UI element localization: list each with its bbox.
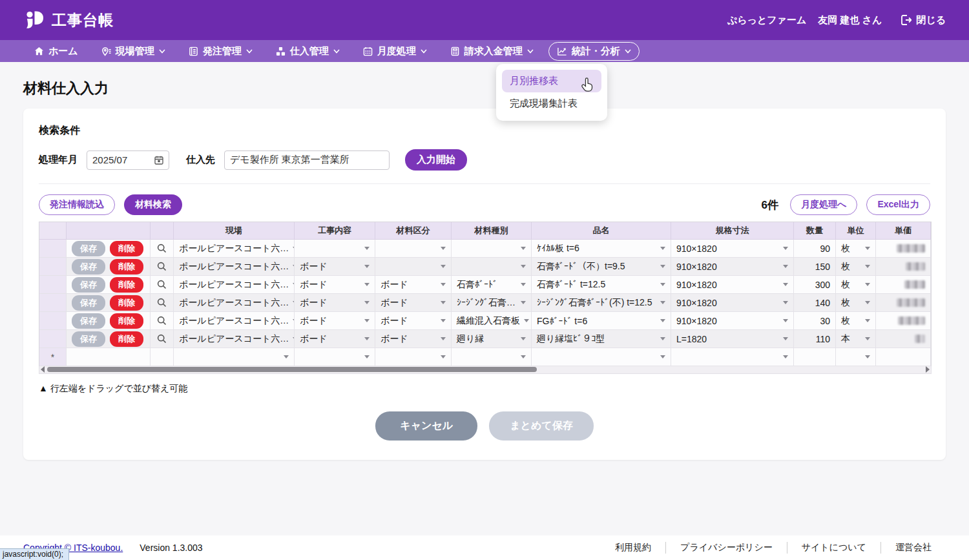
unit-dropdown[interactable]: 枚 — [836, 240, 876, 258]
site-dropdown[interactable]: ポールピアースコート六… — [174, 258, 295, 276]
site-dropdown[interactable]: ポールピアースコート六… — [174, 276, 295, 294]
to-monthly-button[interactable]: 月度処理へ — [790, 194, 857, 215]
nav-item-purchase[interactable]: 仕入管理 — [267, 42, 348, 61]
save-button[interactable]: 保存 — [72, 259, 105, 275]
horizontal-scrollbar[interactable] — [39, 366, 932, 374]
terms-link[interactable]: 利用規約 — [601, 542, 665, 554]
unit-dropdown[interactable]: 枚 — [836, 294, 876, 312]
row-search-button[interactable] — [151, 294, 174, 312]
delete-button[interactable]: 削除 — [110, 241, 143, 256]
size-dropdown[interactable]: 910×1820 — [671, 294, 794, 312]
unit-dropdown[interactable] — [836, 348, 876, 366]
scrollbar-thumb[interactable] — [47, 367, 537, 372]
work-dropdown[interactable]: ボード — [295, 258, 375, 276]
size-dropdown[interactable]: 910×1820 — [671, 258, 794, 276]
product-dropdown[interactable]: 廻り縁塩ﾋﾞ９ｺ型 — [532, 330, 671, 348]
row-search-button[interactable] — [151, 258, 174, 276]
category-dropdown[interactable] — [375, 258, 452, 276]
delete-button[interactable]: 削除 — [110, 313, 143, 329]
row-drag-handle[interactable] — [39, 330, 67, 348]
type-dropdown[interactable] — [452, 258, 532, 276]
type-dropdown[interactable]: ｼｰｼﾞﾝｸﾞ石膏… — [452, 294, 532, 312]
nav-item-monthly[interactable]: 月度処理 — [355, 42, 435, 61]
qty-input[interactable]: 110 — [794, 330, 836, 348]
row-search-button[interactable] — [151, 240, 174, 258]
operating-company-link[interactable]: 運営会社 — [880, 542, 946, 554]
size-dropdown[interactable]: 910×1820 — [671, 240, 794, 258]
product-dropdown[interactable]: 石膏ﾎﾞｰﾄﾞ（不）t=9.5 — [532, 258, 671, 276]
work-dropdown[interactable]: ボード — [295, 312, 375, 330]
site-dropdown[interactable]: ポールピアースコート六… — [174, 240, 295, 258]
type-dropdown[interactable] — [452, 240, 532, 258]
unit-dropdown[interactable]: 枚 — [836, 258, 876, 276]
row-drag-handle[interactable] — [39, 312, 67, 330]
load-order-info-button[interactable]: 発注情報読込 — [39, 194, 115, 215]
category-dropdown[interactable]: ボード — [375, 294, 452, 312]
delete-button[interactable]: 削除 — [110, 295, 143, 311]
price-input[interactable] — [876, 348, 931, 366]
qty-input[interactable]: 300 — [794, 276, 836, 294]
category-dropdown[interactable] — [375, 348, 452, 366]
row-search-button[interactable] — [151, 330, 174, 348]
site-dropdown[interactable] — [174, 348, 295, 366]
site-dropdown[interactable]: ポールピアースコート六… — [174, 312, 295, 330]
start-input-button[interactable]: 入力開始 — [405, 149, 467, 171]
site-dropdown[interactable]: ポールピアースコート六… — [174, 294, 295, 312]
delete-button[interactable]: 削除 — [110, 259, 143, 275]
about-site-link[interactable]: サイトについて — [787, 542, 880, 554]
row-search-button[interactable] — [151, 276, 174, 294]
work-dropdown[interactable]: ボード — [295, 294, 375, 312]
price-input[interactable] — [876, 294, 931, 312]
qty-input[interactable]: 140 — [794, 294, 836, 312]
delete-button[interactable]: 削除 — [110, 331, 143, 347]
row-drag-handle[interactable] — [39, 276, 67, 294]
product-dropdown[interactable] — [532, 348, 671, 366]
nav-item-order[interactable]: 発注管理 — [180, 42, 261, 61]
delete-button[interactable]: 削除 — [110, 277, 143, 293]
supplier-input[interactable]: デモ製作所 東京第一営業所 — [224, 150, 390, 170]
privacy-policy-link[interactable]: プライバシーポリシー — [665, 542, 787, 554]
row-drag-handle[interactable] — [39, 294, 67, 312]
save-button[interactable]: 保存 — [72, 277, 105, 293]
nav-item-billing[interactable]: 請求入金管理 — [442, 42, 542, 61]
qty-input[interactable]: 30 — [794, 312, 836, 330]
save-button[interactable]: 保存 — [72, 241, 105, 256]
save-all-button[interactable]: まとめて保存 — [489, 411, 594, 441]
size-dropdown[interactable]: L=1820 — [671, 330, 794, 348]
size-dropdown[interactable] — [671, 348, 794, 366]
close-button[interactable]: 閉じる — [900, 14, 946, 26]
category-dropdown[interactable]: ボード — [375, 330, 452, 348]
product-dropdown[interactable]: 石膏ﾎﾞｰﾄﾞ t=12.5 — [532, 276, 671, 294]
nav-item-stats[interactable]: 統計・分析 — [548, 42, 640, 61]
type-dropdown[interactable]: 繊維混入石膏板 — [452, 312, 532, 330]
row-drag-handle[interactable] — [39, 240, 67, 258]
price-input[interactable] — [876, 312, 931, 330]
work-dropdown[interactable] — [295, 240, 375, 258]
product-dropdown[interactable]: ｹｲｶﾙ板 t=6 — [532, 240, 671, 258]
row-drag-handle[interactable] — [39, 258, 67, 276]
category-dropdown[interactable] — [375, 240, 452, 258]
scroll-right-arrow-icon[interactable] — [926, 366, 930, 373]
calendar-picker-icon[interactable] — [154, 156, 163, 165]
nav-item-home[interactable]: ホーム — [26, 42, 87, 61]
qty-input[interactable]: 150 — [794, 258, 836, 276]
save-button[interactable]: 保存 — [72, 295, 105, 311]
site-dropdown[interactable]: ポールピアースコート六… — [174, 330, 295, 348]
price-input[interactable] — [876, 240, 931, 258]
scroll-left-arrow-icon[interactable] — [41, 366, 45, 373]
save-button[interactable]: 保存 — [72, 331, 105, 347]
excel-export-button[interactable]: Excel出力 — [866, 194, 930, 215]
price-input[interactable] — [876, 330, 931, 348]
nav-item-site[interactable]: 現場管理 — [93, 42, 174, 61]
qty-input[interactable] — [794, 348, 836, 366]
save-button[interactable]: 保存 — [72, 313, 105, 329]
row-search-button[interactable] — [151, 312, 174, 330]
category-dropdown[interactable]: ボード — [375, 276, 452, 294]
work-dropdown[interactable]: ボード — [295, 330, 375, 348]
size-dropdown[interactable]: 910×1820 — [671, 276, 794, 294]
cancel-button[interactable]: キャンセル — [375, 411, 477, 441]
price-input[interactable] — [876, 258, 931, 276]
unit-dropdown[interactable]: 本 — [836, 330, 876, 348]
type-dropdown[interactable] — [452, 348, 532, 366]
work-dropdown[interactable] — [295, 348, 375, 366]
